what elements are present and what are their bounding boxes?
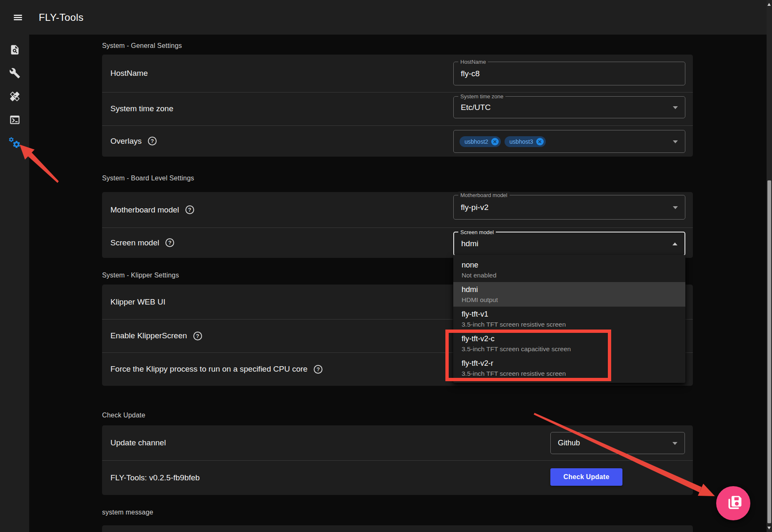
chevron-down-icon bbox=[673, 206, 678, 209]
hostname-input[interactable]: HostName fly-c8 bbox=[453, 62, 685, 85]
save-all-fab-button[interactable] bbox=[716, 486, 750, 520]
help-icon[interactable]: ? bbox=[193, 332, 202, 340]
sidebar bbox=[0, 35, 29, 532]
chip-label: usbhost3 bbox=[510, 138, 533, 145]
menu-item-fly-tft-v2-c[interactable]: fly-tft-v2-c 3.5-inch TFT screen capacit… bbox=[453, 331, 685, 356]
update-channel-label: Update channel bbox=[110, 438, 166, 447]
scrollbar-down-arrow-icon[interactable] bbox=[767, 527, 771, 530]
hamburger-menu-icon[interactable] bbox=[8, 8, 27, 27]
klippy-cpu-core-label: Force the Klippy process to run on a spe… bbox=[110, 365, 322, 374]
motherboard-select[interactable]: Motherboard model fly-pi-v2 bbox=[453, 195, 685, 220]
save-all-icon bbox=[724, 493, 743, 514]
chevron-up-icon bbox=[672, 242, 677, 245]
chevron-down-icon bbox=[673, 140, 678, 143]
board-settings-card: Motherboard model ? Screen model ? Mothe… bbox=[102, 192, 693, 258]
vertical-scrollbar bbox=[767, 0, 772, 532]
general-settings-card: HostName System time zone Overlays ? Hos… bbox=[102, 55, 693, 157]
screen-model-row-label: Screen model ? bbox=[110, 238, 174, 247]
screen-model-field-value: hdmi bbox=[461, 232, 478, 255]
menu-item-hdmi[interactable]: hdmi HDMI output bbox=[453, 282, 685, 307]
chevron-down-icon bbox=[673, 106, 678, 109]
screen-model-dropdown-menu: none Not enabled hdmi HDMI output fly-tf… bbox=[453, 255, 685, 383]
chip-close-icon[interactable]: × bbox=[491, 138, 499, 145]
help-icon[interactable]: ? bbox=[314, 365, 322, 374]
timezone-row-label: System time zone bbox=[110, 104, 173, 113]
overlay-chip[interactable]: usbhost2 × bbox=[460, 136, 501, 147]
sidebar-item-system-settings[interactable] bbox=[3, 132, 26, 155]
sidebar-item-file-search[interactable] bbox=[3, 39, 26, 62]
fly-tools-version-label: FLY-Tools: v0.2.5-fb9bfeb bbox=[110, 473, 200, 482]
scrollbar-up-arrow-icon[interactable] bbox=[767, 3, 771, 6]
menu-item-fly-tft-v1[interactable]: fly-tft-v1 3.5-inch TFT screen resistive… bbox=[453, 307, 685, 331]
terminal-icon bbox=[9, 114, 20, 127]
system-message-card bbox=[102, 525, 693, 532]
overlay-chip[interactable]: usbhost3 × bbox=[505, 136, 546, 147]
section-title-klipper: System - Klipper Settings bbox=[102, 272, 179, 279]
timezone-field-value: Etc/UTC bbox=[461, 97, 491, 118]
menu-item-none[interactable]: none Not enabled bbox=[453, 257, 685, 282]
motherboard-field-value: fly-pi-v2 bbox=[461, 195, 489, 219]
timezone-select[interactable]: System time zone Etc/UTC bbox=[453, 96, 685, 118]
screen-model-select[interactable]: Screen model hdmi bbox=[453, 232, 685, 256]
scrollbar-thumb[interactable] bbox=[767, 180, 771, 523]
overlays-chips: usbhost2 × usbhost3 × bbox=[460, 130, 546, 152]
update-channel-value: Github bbox=[558, 432, 580, 454]
sidebar-item-healing[interactable] bbox=[3, 85, 26, 109]
chevron-down-icon bbox=[672, 442, 677, 445]
settings-gears-icon bbox=[8, 137, 21, 151]
section-title-board: System - Board Level Settings bbox=[102, 175, 194, 182]
check-update-card: Update channel FLY-Tools: v0.2.5-fb9bfeb… bbox=[102, 425, 693, 495]
hostname-field-value: fly-c8 bbox=[461, 62, 480, 85]
help-icon[interactable]: ? bbox=[148, 137, 157, 145]
section-title-general: System - General Settings bbox=[102, 42, 182, 50]
section-title-system-message: system message bbox=[102, 509, 153, 516]
klipper-web-ui-label: Klipper WEB UI bbox=[110, 297, 165, 307]
hostname-row-label: HostName bbox=[110, 69, 148, 78]
wrench-icon bbox=[9, 67, 20, 80]
app-bar: FLY-Tools bbox=[0, 0, 772, 35]
overlays-select[interactable]: usbhost2 × usbhost3 × bbox=[453, 130, 685, 153]
help-icon[interactable]: ? bbox=[165, 238, 174, 247]
file-search-icon bbox=[9, 44, 20, 57]
healing-icon bbox=[9, 91, 20, 104]
motherboard-row-label: Motherboard model ? bbox=[110, 205, 194, 215]
menu-item-fly-tft-v2-r[interactable]: fly-tft-v2-r 3.5-inch TFT screen resisti… bbox=[453, 356, 685, 380]
section-title-check-update: Check Update bbox=[102, 412, 145, 419]
app-title: FLY-Tools bbox=[39, 0, 84, 35]
sidebar-item-terminal[interactable] bbox=[3, 109, 26, 132]
check-update-button[interactable]: Check Update bbox=[550, 468, 622, 486]
overlays-row-label: Overlays ? bbox=[110, 137, 157, 146]
chip-label: usbhost2 bbox=[465, 138, 488, 145]
sidebar-item-tools[interactable] bbox=[3, 62, 26, 85]
help-icon[interactable]: ? bbox=[185, 205, 194, 214]
enable-klipperscreen-label: Enable KlipperScreen ? bbox=[110, 331, 202, 340]
chip-close-icon[interactable]: × bbox=[536, 138, 544, 145]
update-channel-select[interactable]: Github bbox=[550, 432, 685, 454]
